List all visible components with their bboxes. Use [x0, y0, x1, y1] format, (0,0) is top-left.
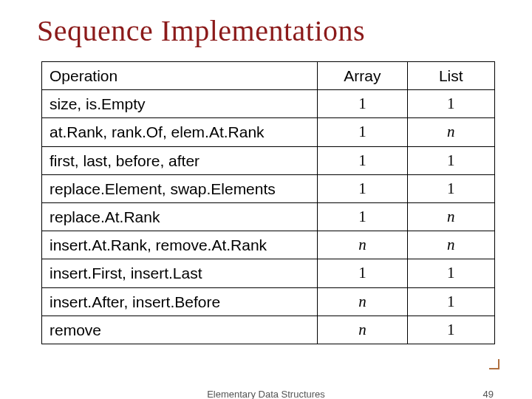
slide-title: Sequence Implementations	[37, 13, 495, 48]
cell-array: n	[318, 316, 407, 344]
cell-list: n	[407, 118, 494, 146]
table-row: insert.After, insert.Beforen1	[42, 287, 495, 316]
cell-list: n	[407, 231, 494, 259]
cell-operation: replace.Element, swap.Elements	[42, 174, 318, 202]
table-row: first, last, before, after11	[42, 146, 495, 174]
cell-operation: remove	[42, 316, 318, 344]
cell-array: 1	[318, 118, 407, 146]
cell-operation: at.Rank, rank.Of, elem.At.Rank	[42, 118, 318, 146]
table-row: size, is.Empty11	[42, 90, 495, 118]
cell-array: n	[318, 287, 407, 316]
header-operation: Operation	[42, 62, 318, 90]
cell-array: n	[318, 231, 407, 259]
cell-list: 1	[407, 146, 494, 174]
table-row: replace.At.Rank1n	[42, 202, 495, 231]
cell-operation: insert.After, insert.Before	[42, 287, 318, 316]
cell-list: 1	[407, 287, 494, 316]
page-number: 49	[483, 389, 494, 399]
table-row: insert.First, insert.Last11	[42, 259, 495, 287]
cell-operation: replace.At.Rank	[42, 202, 318, 231]
cell-list: 1	[407, 316, 494, 344]
cell-array: 1	[318, 146, 407, 174]
header-array: Array	[318, 62, 407, 90]
table-row: removen1	[42, 316, 495, 344]
footer-center-text: Elementary Data Structures	[0, 389, 532, 399]
table-header-row: Operation Array List	[42, 62, 495, 90]
cell-array: 1	[318, 90, 407, 118]
cell-operation: first, last, before, after	[42, 146, 318, 174]
header-list: List	[407, 62, 494, 90]
corner-decoration	[489, 359, 499, 369]
cell-array: 1	[318, 174, 407, 202]
table-row: at.Rank, rank.Of, elem.At.Rank1n	[42, 118, 495, 146]
complexity-table: Operation Array List size, is.Empty11at.…	[41, 61, 495, 344]
table-row: replace.Element, swap.Elements11	[42, 174, 495, 202]
cell-list: 1	[407, 90, 494, 118]
cell-operation: insert.At.Rank, remove.At.Rank	[42, 231, 318, 259]
cell-array: 1	[318, 202, 407, 231]
cell-list: n	[407, 202, 494, 231]
cell-list: 1	[407, 259, 494, 287]
cell-list: 1	[407, 174, 494, 202]
cell-array: 1	[318, 259, 407, 287]
table-row: insert.At.Rank, remove.At.Ranknn	[42, 231, 495, 259]
cell-operation: insert.First, insert.Last	[42, 259, 318, 287]
cell-operation: size, is.Empty	[42, 90, 318, 118]
